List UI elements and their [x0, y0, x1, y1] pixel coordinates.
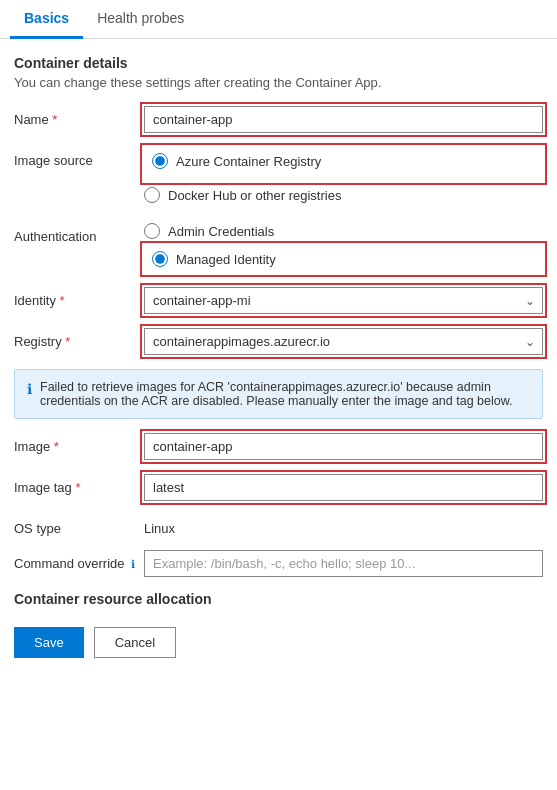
authentication-control: Admin Credentials Managed Identity	[144, 223, 543, 273]
image-required: *	[54, 439, 59, 454]
image-source-label: Image source	[14, 147, 144, 168]
radio-acr-label: Azure Container Registry	[176, 154, 321, 169]
cancel-button[interactable]: Cancel	[94, 627, 176, 658]
tabs-bar: Basics Health probes	[0, 0, 557, 39]
radio-dockerhub-label: Docker Hub or other registries	[168, 188, 341, 203]
image-input[interactable]	[144, 433, 543, 460]
command-override-info-icon: ℹ	[131, 558, 135, 570]
radio-acr[interactable]: Azure Container Registry	[152, 153, 535, 169]
radio-acr-input[interactable]	[152, 153, 168, 169]
name-row: Name *	[14, 106, 543, 133]
image-tag-required: *	[75, 480, 80, 495]
image-tag-outline	[144, 474, 543, 501]
identity-select-wrapper: container-app-mi ⌄	[144, 287, 543, 314]
radio-dockerhub-input[interactable]	[144, 187, 160, 203]
section-title: Container details	[14, 55, 543, 71]
radio-admin-wrapper: Admin Credentials	[144, 223, 543, 239]
registry-required: *	[65, 334, 70, 349]
tab-basics[interactable]: Basics	[10, 0, 83, 39]
radio-admin-label: Admin Credentials	[168, 224, 274, 239]
radio-managed-input[interactable]	[152, 251, 168, 267]
registry-control: containerappimages.azurecr.io ⌄	[144, 328, 543, 355]
radio-admin-input[interactable]	[144, 223, 160, 239]
tab-health-probes[interactable]: Health probes	[83, 0, 198, 39]
identity-row: Identity * container-app-mi ⌄	[14, 287, 543, 314]
info-icon: ℹ	[27, 381, 32, 397]
command-override-input[interactable]	[144, 550, 543, 577]
identity-select[interactable]: container-app-mi	[144, 287, 543, 314]
image-control	[144, 433, 543, 460]
section-description: You can change these settings after crea…	[14, 75, 543, 90]
image-tag-row: Image tag *	[14, 474, 543, 501]
image-outline	[144, 433, 543, 460]
info-box: ℹ Failed to retrieve images for ACR 'con…	[14, 369, 543, 419]
os-type-label: OS type	[14, 515, 144, 536]
authentication-row: Authentication Admin Credentials Managed…	[14, 223, 543, 273]
os-type-control: Linux	[144, 515, 543, 536]
image-source-control: Azure Container Registry Docker Hub or o…	[144, 147, 543, 209]
radio-managed[interactable]: Managed Identity	[152, 251, 535, 267]
name-input[interactable]	[144, 106, 543, 133]
main-content: Container details You can change these s…	[0, 39, 557, 674]
identity-required: *	[60, 293, 65, 308]
identity-label: Identity *	[14, 287, 144, 308]
identity-control: container-app-mi ⌄	[144, 287, 543, 314]
radio-dockerhub-wrapper: Docker Hub or other registries	[144, 187, 543, 203]
image-source-outline: Azure Container Registry	[144, 147, 543, 181]
radio-managed-label: Managed Identity	[176, 252, 276, 267]
image-row: Image *	[14, 433, 543, 460]
radio-admin[interactable]: Admin Credentials	[144, 223, 543, 239]
image-tag-label: Image tag *	[14, 474, 144, 495]
name-control-area	[144, 106, 543, 133]
name-field-outline	[144, 106, 543, 133]
authentication-label: Authentication	[14, 223, 144, 244]
image-tag-control	[144, 474, 543, 501]
command-override-control	[144, 550, 543, 577]
registry-outline: containerappimages.azurecr.io ⌄	[144, 328, 543, 355]
registry-row: Registry * containerappimages.azurecr.io…	[14, 328, 543, 355]
image-label: Image *	[14, 433, 144, 454]
os-type-row: OS type Linux	[14, 515, 543, 536]
managed-identity-outline: Managed Identity	[144, 245, 543, 273]
save-button[interactable]: Save	[14, 627, 84, 658]
info-message: Failed to retrieve images for ACR 'conta…	[40, 380, 530, 408]
bottom-buttons: Save Cancel	[14, 627, 543, 658]
registry-select[interactable]: containerappimages.azurecr.io	[144, 328, 543, 355]
identity-outline: container-app-mi ⌄	[144, 287, 543, 314]
name-required: *	[52, 112, 57, 127]
command-override-row: Command override ℹ	[14, 550, 543, 577]
registry-select-wrapper: containerappimages.azurecr.io ⌄	[144, 328, 543, 355]
name-label: Name *	[14, 106, 144, 127]
radio-dockerhub[interactable]: Docker Hub or other registries	[144, 187, 543, 203]
os-type-value: Linux	[144, 515, 543, 536]
command-override-label: Command override ℹ	[14, 550, 144, 571]
image-tag-input[interactable]	[144, 474, 543, 501]
image-source-row: Image source Azure Container Registry Do…	[14, 147, 543, 209]
resource-section-title: Container resource allocation	[14, 591, 543, 607]
registry-label: Registry *	[14, 328, 144, 349]
